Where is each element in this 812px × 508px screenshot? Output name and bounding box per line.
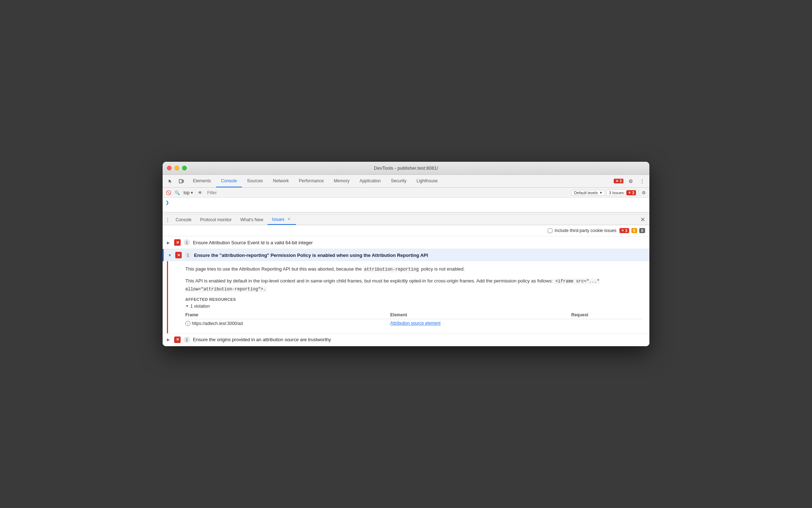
tab-performance[interactable]: Performance [294,175,329,187]
clear-console-icon[interactable]: 🚫 [165,189,172,196]
cookie-filter-text: Include third-party cookie issues [555,228,616,233]
issue-title-2: Ensure the "attribution-reporting" Permi… [194,253,428,258]
element-link[interactable]: Attribution source element [390,321,440,326]
bottom-tab-protocol-label: Protocol monitor [200,217,231,222]
console-settings-icon[interactable]: ⚙ [640,189,647,196]
close-panel-icon[interactable]: ✕ [637,216,648,223]
cursor-icon[interactable] [166,177,175,186]
context-label: top [184,190,190,195]
issues-badge[interactable]: ✕ 3 [614,179,623,183]
cookie-filter-label[interactable]: Include third-party cookie issues [548,228,616,233]
issue-title-3: Ensure the origins provided in an attrib… [193,337,331,342]
frame-cell: i https://adtech.test:3000/ad [185,319,390,327]
violation-label: 1 violation [190,304,210,309]
issues-badge-icon: ✕ [615,179,618,183]
tab-memory[interactable]: Memory [329,175,354,187]
svg-rect-0 [179,179,182,183]
filter-input[interactable] [205,190,570,195]
info-count-badge: 0 [639,228,645,233]
tab-application[interactable]: Application [354,175,386,187]
issue-count-1: 1 [184,239,190,246]
expand-arrow-1: ▶ [167,241,171,245]
tab-security[interactable]: Security [386,175,411,187]
tab-sources[interactable]: Sources [242,175,268,187]
expand-arrow-2: ▼ [168,253,172,257]
error-icon-3: ✕ [174,337,181,343]
devtools-body: Elements Console Sources Network Perform… [163,175,649,346]
tab-console[interactable]: Console [216,175,242,187]
element-cell: Attribution source element [390,319,571,327]
traffic-lights [167,166,187,170]
issue-desc-post1: policy is not enabled. [420,266,465,272]
expand-arrow-3: ▶ [167,338,171,342]
tab-network[interactable]: Network [268,175,294,187]
violation-arrow: ▼ [185,304,189,308]
request-cell [571,319,642,327]
issue-desc-code1: attribution-reporting [363,267,420,272]
maximize-button[interactable] [182,166,187,170]
context-selector[interactable]: top ▼ [182,190,195,196]
issue-count-2: 1 [185,252,191,258]
issues-count-badge: ✕ 3 [626,190,636,195]
chevron-down-icon: ▼ [599,191,603,195]
issue-row-2: ▼ ✕ 1 Ensure the "attribution-reporting"… [163,249,649,334]
console-prompt: ❯ [163,199,649,206]
more-tabs-icon[interactable]: ⋮ [164,217,171,223]
issue-title-1: Ensure Attribution Source Event Id is a … [193,240,313,245]
bottom-tab-issues-label: Issues [272,217,284,222]
issue-body-2: This page tries to use the Attribution R… [167,261,649,333]
issues-badge-count: 3 [619,179,622,183]
default-levels-button[interactable]: Default levels ▼ [572,190,605,196]
top-tab-bar: Elements Console Sources Network Perform… [163,175,649,188]
bottom-tab-whats-new[interactable]: What's New [236,214,268,225]
tab-bar-right: ✕ 3 ⚙ ⋮ [611,175,649,187]
top-tabs: Elements Console Sources Network Perform… [188,175,611,187]
prompt-arrow: ❯ [166,200,169,205]
issue-count-3: 1 [184,337,190,343]
error-icon-2: ✕ [175,252,182,258]
bottom-tab-protocol-monitor[interactable]: Protocol monitor [196,214,236,225]
svg-rect-1 [182,180,184,182]
col-header-element: Element [390,311,571,319]
cookie-filter-row: Include third-party cookie issues ✕ 3 0 … [163,225,649,236]
tab-elements[interactable]: Elements [188,175,216,187]
default-levels-label: Default levels [574,191,598,195]
violation-header[interactable]: ▼ 1 violation [185,304,642,309]
error-count-badge: ✕ 3 [619,228,629,233]
error-count: 3 [625,228,627,233]
bottom-tab-issues[interactable]: Issues ✕ [268,214,296,225]
issue-desc-pre1: This page tries to use the Attribution R… [185,266,363,272]
settings-icon[interactable]: ⚙ [626,177,635,186]
affected-label: AFFECTED RESOURCES [185,297,642,302]
eye-icon[interactable]: 👁 [197,189,204,196]
close-button[interactable] [167,166,172,170]
count-badges: ✕ 3 0 0 [619,228,645,233]
issue-row-header-2[interactable]: ▼ ✕ 1 Ensure the "attribution-reporting"… [163,249,649,261]
col-header-frame: Frame [185,311,390,319]
issue-row-1: ▶ ✕ 1 Ensure Attribution Source Event Id… [163,236,649,249]
frame-url: https://adtech.test:3000/ad [192,321,243,326]
tab-lighthouse[interactable]: Lighthouse [411,175,443,187]
tab-close-icon[interactable]: ✕ [287,217,292,222]
window-title: DevTools - publisher.test:8081/ [374,165,438,171]
issue-desc-para2: This API is enabled by default in the to… [185,277,642,293]
issue-row-3: ▶ ✕ 1 Ensure the origins provided in an … [163,334,649,346]
issues-count-button[interactable]: 3 Issues: ✕ 3 [606,190,639,196]
warning-count-badge: 0 [631,228,637,233]
bottom-tab-bar: ⋮ Console Protocol monitor What's New Is… [163,214,649,225]
title-bar: DevTools - publisher.test:8081/ [163,162,649,175]
issue-desc-para1: This page tries to use the Attribution R… [185,266,642,273]
filter-icon[interactable]: 🔍 [173,189,181,196]
frame-icon-wrapper: i https://adtech.test:3000/ad [185,321,243,326]
devtools-window: DevTools - publisher.test:8081/ [163,162,649,346]
cookie-filter-checkbox[interactable] [548,228,552,233]
device-icon[interactable] [177,177,186,186]
bottom-tab-console[interactable]: Console [171,214,196,225]
console-toolbar: 🚫 🔍 top ▼ 👁 Default levels ▼ 3 Issues: ✕… [163,188,649,198]
issue-row-header-3[interactable]: ▶ ✕ 1 Ensure the origins provided in an … [163,334,649,346]
table-row: i https://adtech.test:3000/ad Attributio… [185,319,642,327]
issues-panel: Include third-party cookie issues ✕ 3 0 … [163,225,649,346]
issue-row-header-1[interactable]: ▶ ✕ 1 Ensure Attribution Source Event Id… [163,236,649,249]
more-options-icon[interactable]: ⋮ [638,177,646,186]
minimize-button[interactable] [175,166,179,170]
